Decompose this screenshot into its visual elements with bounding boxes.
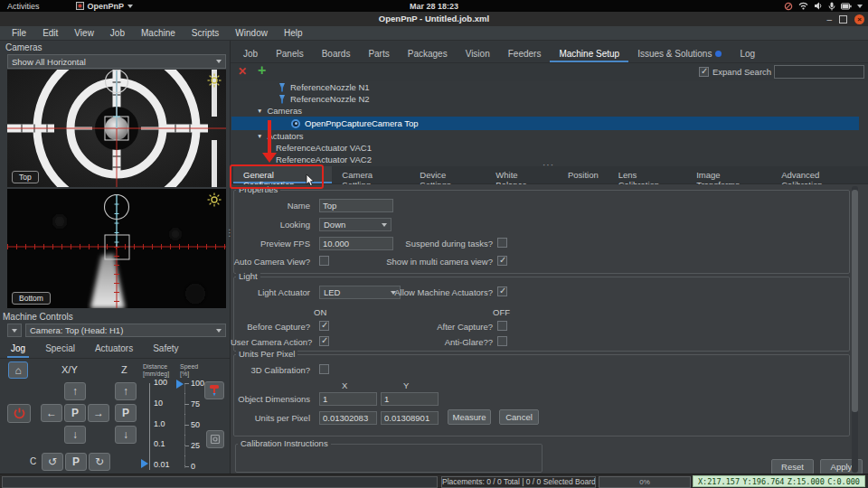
tab-parts[interactable]: Parts bbox=[359, 46, 398, 62]
top-camera-view[interactable]: Top bbox=[7, 70, 226, 187]
power-button[interactable] bbox=[7, 404, 31, 423]
nozzle-icon bbox=[278, 95, 286, 104]
home-button[interactable]: ⌂ bbox=[8, 361, 28, 379]
jog-z-plus-button[interactable]: ↑ bbox=[115, 382, 137, 400]
measure-button[interactable]: Measure bbox=[448, 409, 491, 425]
tab-boards[interactable]: Boards bbox=[313, 46, 360, 62]
object-dimension-x-input[interactable] bbox=[319, 392, 377, 406]
tree-item-cameras[interactable]: ▼Cameras bbox=[231, 105, 859, 117]
tab-label: Packages bbox=[408, 49, 448, 59]
config-tab-image-transforms[interactable]: Image Transforms bbox=[686, 166, 771, 183]
jog-y-minus-button[interactable]: ↓ bbox=[64, 426, 86, 444]
menu-view[interactable]: View bbox=[66, 28, 102, 38]
config-tab-lens-calibration[interactable]: Lens Calibration bbox=[609, 166, 687, 183]
mc-tab-safety[interactable]: Safety bbox=[149, 343, 182, 358]
multi-camera-view-checkbox[interactable] bbox=[497, 256, 507, 266]
anti-glare-checkbox[interactable] bbox=[497, 336, 507, 346]
head-select-button[interactable] bbox=[7, 324, 22, 337]
park-c-button[interactable]: P bbox=[65, 453, 87, 471]
mc-tab-special[interactable]: Special bbox=[42, 343, 79, 358]
menu-file[interactable]: File bbox=[4, 28, 34, 38]
add-button[interactable]: + bbox=[258, 62, 266, 79]
jog-z-minus-button[interactable]: ↓ bbox=[115, 426, 137, 444]
tab-feeders[interactable]: Feeders bbox=[499, 46, 551, 62]
cancel-button[interactable]: Cancel bbox=[499, 409, 539, 425]
menu-machine[interactable]: Machine bbox=[133, 28, 184, 38]
status-message-field bbox=[2, 476, 438, 488]
position-tool-button[interactable] bbox=[204, 381, 224, 399]
system-tray[interactable] bbox=[784, 0, 863, 12]
xy-axis-label: X/Y bbox=[61, 364, 78, 375]
maximize-button[interactable] bbox=[839, 15, 847, 23]
screen-record-icon bbox=[784, 2, 793, 11]
tab-machine-setup[interactable]: Machine Setup bbox=[550, 46, 628, 62]
mc-tab-actuators[interactable]: Actuators bbox=[91, 343, 137, 358]
config-tab-camera-settling[interactable]: Camera Settling bbox=[332, 166, 410, 183]
suspend-checkbox[interactable] bbox=[497, 238, 507, 248]
jog-y-plus-button[interactable]: ↑ bbox=[64, 382, 86, 400]
before-capture-checkbox[interactable] bbox=[319, 321, 329, 331]
distance-slider-track[interactable] bbox=[149, 383, 150, 470]
user-camera-action-checkbox[interactable] bbox=[319, 336, 329, 346]
light-actuator-select[interactable]: LED bbox=[319, 286, 401, 299]
tree-item-label: ReferenceNozzle N2 bbox=[290, 94, 370, 104]
mc-tab-jog[interactable]: Jog bbox=[7, 343, 29, 358]
3d-calibration-checkbox[interactable] bbox=[319, 364, 329, 374]
reset-button[interactable]: Reset bbox=[771, 459, 814, 474]
position-camera-button[interactable] bbox=[206, 430, 224, 448]
park-xy-button[interactable]: P bbox=[64, 404, 86, 422]
tab-log[interactable]: Log bbox=[731, 46, 764, 62]
distance-slider-handle[interactable] bbox=[141, 459, 148, 468]
menu-help[interactable]: Help bbox=[276, 28, 311, 38]
light-toggle-icon[interactable] bbox=[207, 192, 222, 207]
search-input[interactable] bbox=[774, 65, 864, 79]
tool-select[interactable]: Camera: Top (Head: H1) bbox=[25, 324, 226, 337]
looking-select[interactable]: Down bbox=[319, 218, 392, 231]
menu-job[interactable]: Job bbox=[102, 28, 133, 38]
jog-c-minus-button[interactable]: ↺ bbox=[42, 453, 63, 471]
config-tab-device-settings[interactable]: Device Settings bbox=[410, 166, 486, 183]
expand-arrow-icon[interactable]: ▼ bbox=[257, 133, 262, 139]
tab-job[interactable]: Job bbox=[234, 46, 267, 62]
tab-panels[interactable]: Panels bbox=[267, 46, 313, 62]
tab-issues-solutions[interactable]: Issues & Solutions bbox=[628, 46, 731, 62]
allow-machine-actuators-checkbox[interactable] bbox=[497, 286, 507, 296]
tree-item-referencenozzle-n2[interactable]: ReferenceNozzle N2 bbox=[231, 93, 859, 105]
close-button[interactable]: × bbox=[854, 14, 864, 24]
scrollbar-thumb[interactable] bbox=[852, 190, 858, 412]
units-per-pixel-y-input[interactable] bbox=[381, 411, 439, 425]
jog-c-plus-button[interactable]: ↻ bbox=[89, 453, 110, 471]
menu-edit[interactable]: Edit bbox=[34, 28, 66, 38]
tree-item-referencenozzle-n1[interactable]: ReferenceNozzle N1 bbox=[231, 81, 859, 93]
park-z-button[interactable]: P bbox=[115, 404, 137, 422]
clock[interactable]: Mar 28 18:23 bbox=[0, 2, 868, 11]
config-tab-advanced-calibration[interactable]: Advanced Calibration bbox=[771, 166, 868, 183]
delete-button[interactable]: ✕ bbox=[238, 65, 247, 78]
tree-item-openpnpcapturecamera-top[interactable]: OpenPnpCaptureCamera Top bbox=[231, 117, 859, 130]
units-per-pixel-x-input[interactable] bbox=[319, 411, 377, 425]
jog-x-minus-button[interactable]: ← bbox=[41, 404, 62, 422]
object-dimension-y-input[interactable] bbox=[381, 392, 439, 406]
jog-x-plus-button[interactable]: → bbox=[88, 404, 109, 422]
tab-vision[interactable]: Vision bbox=[457, 46, 499, 62]
expand-checkbox[interactable] bbox=[699, 67, 709, 77]
multi-camera-view-label: Show in multi camera view? bbox=[366, 257, 493, 267]
speed-slider-handle[interactable] bbox=[176, 380, 184, 389]
bottom-camera-view[interactable]: Bottom bbox=[7, 189, 226, 308]
minimize-button[interactable]: – bbox=[826, 14, 832, 24]
after-capture-checkbox[interactable] bbox=[497, 321, 507, 331]
name-input[interactable] bbox=[319, 199, 393, 212]
expand-arrow-icon[interactable]: ▼ bbox=[257, 108, 262, 114]
auto-camera-view-checkbox[interactable] bbox=[319, 256, 329, 266]
light-toggle-icon[interactable] bbox=[207, 73, 222, 88]
wifi-icon bbox=[798, 2, 808, 10]
tree-item-actuators[interactable]: ▼Actuators bbox=[231, 130, 859, 142]
config-tab-position[interactable]: Position bbox=[558, 166, 609, 183]
speed-label: Speed[%] bbox=[180, 363, 198, 378]
menu-scripts[interactable]: Scripts bbox=[184, 28, 228, 38]
camera-layout-select[interactable]: Show All Horizontal bbox=[7, 54, 226, 69]
config-tab-white-balance[interactable]: White Balance bbox=[486, 166, 558, 183]
tab-packages[interactable]: Packages bbox=[399, 46, 457, 62]
menu-window[interactable]: Window bbox=[227, 28, 276, 38]
tree-item-referenceactuator-vac1[interactable]: ReferenceActuator VAC1 bbox=[231, 142, 859, 154]
